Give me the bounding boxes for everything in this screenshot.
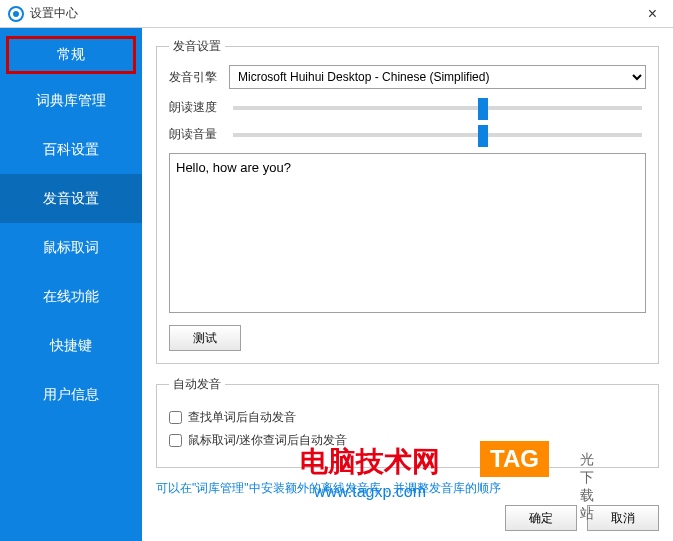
auto-cb1-row: 查找单词后自动发音 [169, 409, 646, 426]
ok-button[interactable]: 确定 [505, 505, 577, 531]
speed-label: 朗读速度 [169, 99, 229, 116]
pronunciation-legend: 发音设置 [169, 38, 225, 55]
sidebar-item-general[interactable]: 常规 [6, 36, 136, 74]
sidebar-item-dictionary[interactable]: 词典库管理 [0, 76, 142, 125]
auto-cb1-label[interactable]: 查找单词后自动发音 [188, 409, 296, 426]
sidebar-item-online[interactable]: 在线功能 [0, 272, 142, 321]
volume-slider[interactable] [233, 133, 642, 137]
main-area: 常规 词典库管理 百科设置 发音设置 鼠标取词 在线功能 快捷键 用户信息 发音… [0, 28, 673, 541]
close-icon[interactable]: × [640, 5, 665, 23]
speed-slider[interactable] [233, 106, 642, 110]
engine-row: 发音引擎 Microsoft Huihui Desktop - Chinese … [169, 65, 646, 89]
pronunciation-group: 发音设置 发音引擎 Microsoft Huihui Desktop - Chi… [156, 38, 659, 364]
auto-cb1[interactable] [169, 411, 182, 424]
hint-text: 可以在"词库管理"中安装额外的离线发音库，并调整发音库的顺序 [156, 480, 659, 497]
sidebar: 常规 词典库管理 百科设置 发音设置 鼠标取词 在线功能 快捷键 用户信息 [0, 28, 142, 541]
volume-row: 朗读音量 [169, 126, 646, 143]
footer-buttons: 确定 取消 [505, 505, 659, 531]
volume-label: 朗读音量 [169, 126, 229, 143]
window-title: 设置中心 [30, 5, 640, 22]
volume-thumb[interactable] [478, 125, 488, 147]
speed-thumb[interactable] [478, 98, 488, 120]
sidebar-item-shortcuts[interactable]: 快捷键 [0, 321, 142, 370]
auto-cb2-label[interactable]: 鼠标取词/迷你查词后自动发音 [188, 432, 347, 449]
auto-cb2-row: 鼠标取词/迷你查词后自动发音 [169, 432, 646, 449]
content-panel: 发音设置 发音引擎 Microsoft Huihui Desktop - Chi… [142, 28, 673, 541]
sidebar-item-mouse-pick[interactable]: 鼠标取词 [0, 223, 142, 272]
app-icon [8, 6, 24, 22]
engine-label: 发音引擎 [169, 69, 229, 86]
test-textarea[interactable]: Hello, how are you? [169, 153, 646, 313]
auto-legend: 自动发音 [169, 376, 225, 393]
sidebar-item-user[interactable]: 用户信息 [0, 370, 142, 419]
cancel-button[interactable]: 取消 [587, 505, 659, 531]
sidebar-item-encyclopedia[interactable]: 百科设置 [0, 125, 142, 174]
auto-cb2[interactable] [169, 434, 182, 447]
titlebar: 设置中心 × [0, 0, 673, 28]
auto-group: 自动发音 查找单词后自动发音 鼠标取词/迷你查词后自动发音 [156, 376, 659, 468]
speed-row: 朗读速度 [169, 99, 646, 116]
test-button[interactable]: 测试 [169, 325, 241, 351]
svg-point-1 [13, 11, 19, 17]
sidebar-item-pronunciation[interactable]: 发音设置 [0, 174, 142, 223]
engine-select[interactable]: Microsoft Huihui Desktop - Chinese (Simp… [229, 65, 646, 89]
